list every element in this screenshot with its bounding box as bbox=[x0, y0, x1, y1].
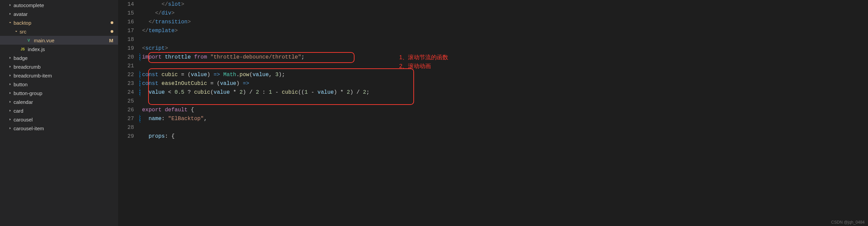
token-var: props bbox=[149, 133, 165, 139]
chevron-right-icon bbox=[7, 126, 13, 131]
sidebar-file-index-js[interactable]: JSindex.js bbox=[0, 45, 118, 53]
line-number: 21 bbox=[118, 62, 134, 70]
sidebar-folder-backtop[interactable]: backtop bbox=[0, 18, 118, 27]
token-punc bbox=[220, 72, 223, 78]
token-const: => bbox=[243, 81, 249, 87]
code-line-19[interactable]: <script> bbox=[142, 44, 868, 53]
token-punc: = ( bbox=[207, 81, 220, 87]
sidebar-item-label: avatar bbox=[14, 11, 118, 17]
token-punc bbox=[142, 89, 149, 95]
line-number: 29 bbox=[118, 132, 134, 141]
chevron-right-icon bbox=[7, 64, 13, 69]
token-punc: , bbox=[269, 72, 275, 78]
code-line-23[interactable]: const easeInOutCubic = (value) => bbox=[142, 79, 868, 88]
code-line-18[interactable] bbox=[142, 35, 868, 44]
token-punc: ) * bbox=[334, 89, 347, 95]
sidebar-folder-breadcrumb-item[interactable]: breadcrumb-item bbox=[0, 71, 118, 80]
sidebar-folder-src[interactable]: src bbox=[0, 27, 118, 36]
sidebar-folder-calendar[interactable]: calendar bbox=[0, 97, 118, 106]
chevron-right-icon bbox=[7, 99, 13, 105]
chevron-right-icon bbox=[7, 117, 13, 122]
token-el: slot bbox=[168, 1, 181, 7]
code-line-20[interactable]: import throttle from "throttle-debounce/… bbox=[142, 53, 868, 62]
code-line-28[interactable] bbox=[142, 123, 868, 132]
token-num: 1 bbox=[304, 89, 308, 95]
code-line-29[interactable]: props: { bbox=[142, 132, 868, 141]
sidebar-item-label: carousel bbox=[14, 117, 118, 122]
token-tag: > bbox=[165, 45, 168, 51]
code-line-17[interactable]: </template> bbox=[142, 26, 868, 35]
token-punc: - bbox=[308, 89, 318, 95]
code-line-14[interactable]: </slot> bbox=[142, 0, 868, 9]
token-punc bbox=[142, 1, 162, 7]
token-obj: Math bbox=[223, 72, 236, 78]
code-line-22[interactable]: const cubic = (value) => Math.pow(value,… bbox=[142, 70, 868, 79]
token-punc: { bbox=[191, 107, 194, 113]
token-num: 1 bbox=[269, 89, 272, 95]
token-num: 2 bbox=[256, 89, 259, 95]
token-punc bbox=[142, 10, 155, 16]
chevron-right-icon bbox=[7, 82, 13, 87]
token-const: const bbox=[142, 72, 162, 78]
token-punc: = ( bbox=[178, 72, 191, 78]
token-num: 2 bbox=[239, 89, 243, 95]
code-line-21[interactable] bbox=[142, 62, 868, 70]
code-area[interactable]: </slot> </div> </transition></template><… bbox=[142, 0, 868, 226]
token-fn: cubic bbox=[194, 89, 210, 95]
chevron-right-icon bbox=[7, 108, 13, 113]
token-punc: * bbox=[230, 89, 239, 95]
chevron-right-icon bbox=[7, 11, 13, 17]
sidebar-folder-carousel[interactable]: carousel bbox=[0, 115, 118, 124]
code-line-24[interactable]: value < 0.5 ? cubic(value * 2) / 2 : 1 -… bbox=[142, 88, 868, 97]
code-editor[interactable]: 14151617181920212223242526272829 </slot>… bbox=[118, 0, 868, 226]
spacer-icon bbox=[20, 38, 25, 43]
sidebar-folder-button[interactable]: button bbox=[0, 80, 118, 89]
line-number: 16 bbox=[118, 18, 134, 26]
token-punc bbox=[142, 116, 149, 122]
line-gutter: 14151617181920212223242526272829 bbox=[118, 0, 142, 226]
sidebar-item-label: autocomplete bbox=[14, 2, 118, 8]
code-line-25[interactable] bbox=[142, 97, 868, 106]
token-punc: ( bbox=[210, 89, 214, 95]
sidebar-folder-card[interactable]: card bbox=[0, 106, 118, 115]
sidebar-item-label: button-group bbox=[14, 90, 118, 96]
code-line-26[interactable]: export default { bbox=[142, 106, 868, 114]
token-var: value bbox=[253, 72, 269, 78]
line-number: 20 bbox=[118, 53, 134, 62]
token-tag: < bbox=[142, 45, 145, 51]
token-const: => bbox=[213, 72, 220, 78]
token-punc: , bbox=[204, 116, 207, 122]
gutter-decoration-icon bbox=[139, 80, 140, 87]
watermark: CSDN @jqh_0484 bbox=[831, 220, 865, 225]
line-number: 25 bbox=[118, 97, 134, 106]
token-num: 2 bbox=[347, 89, 350, 95]
token-punc: ) / bbox=[350, 89, 363, 95]
token-keyword: from bbox=[191, 54, 210, 60]
code-line-16[interactable]: </transition> bbox=[142, 18, 868, 26]
sidebar-folder-carousel-item[interactable]: carousel-item bbox=[0, 124, 118, 133]
token-var: value bbox=[149, 89, 165, 95]
code-line-27[interactable]: name: "ElBacktop", bbox=[142, 114, 868, 123]
line-number: 28 bbox=[118, 123, 134, 132]
line-number: 23 bbox=[118, 79, 134, 88]
line-number: 24 bbox=[118, 88, 134, 97]
sidebar-folder-breadcrumb[interactable]: breadcrumb bbox=[0, 62, 118, 71]
token-str: "throttle-debounce/throttle" bbox=[210, 54, 301, 60]
modified-dot-icon bbox=[111, 30, 113, 33]
token-punc bbox=[142, 133, 149, 139]
token-var: value bbox=[213, 89, 230, 95]
sidebar-item-label: index.js bbox=[28, 46, 118, 52]
token-punc: ) / bbox=[243, 89, 256, 95]
token-fn: cubic bbox=[162, 72, 178, 78]
sidebar-folder-avatar[interactable]: avatar bbox=[0, 9, 118, 18]
sidebar-folder-badge[interactable]: badge bbox=[0, 53, 118, 62]
sidebar-file-main-vue[interactable]: Vmain.vueM bbox=[0, 36, 118, 45]
sidebar-folder-autocomplete[interactable]: autocomplete bbox=[0, 1, 118, 9]
code-line-15[interactable]: </div> bbox=[142, 9, 868, 18]
sidebar-folder-button-group[interactable]: button-group bbox=[0, 89, 118, 97]
token-punc: ; bbox=[366, 89, 370, 95]
token-punc: ) bbox=[207, 72, 213, 78]
chevron-right-icon bbox=[7, 90, 13, 96]
line-number: 27 bbox=[118, 114, 134, 123]
gutter-decoration-icon bbox=[139, 71, 140, 78]
